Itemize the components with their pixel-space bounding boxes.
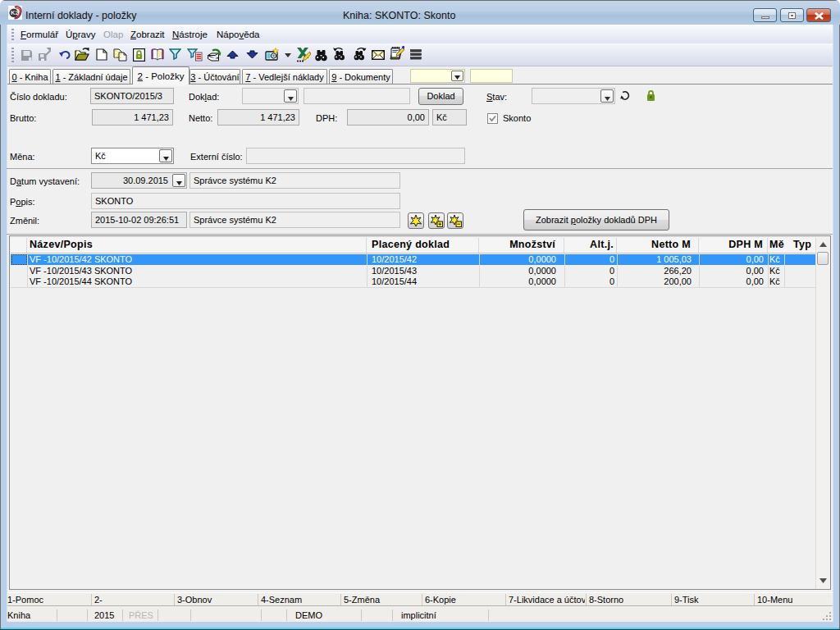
- svg-text:K2: K2: [11, 9, 19, 16]
